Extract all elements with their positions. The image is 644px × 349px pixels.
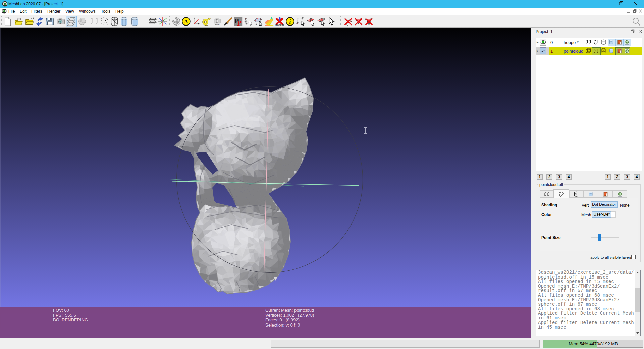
svg-text:P: P	[237, 19, 241, 27]
svg-text:GEOREF: GEOREF	[275, 24, 284, 27]
svg-text:i: i	[289, 18, 291, 25]
svg-text:A: A	[184, 19, 188, 24]
svg-text:Raster: Raster	[215, 24, 220, 26]
